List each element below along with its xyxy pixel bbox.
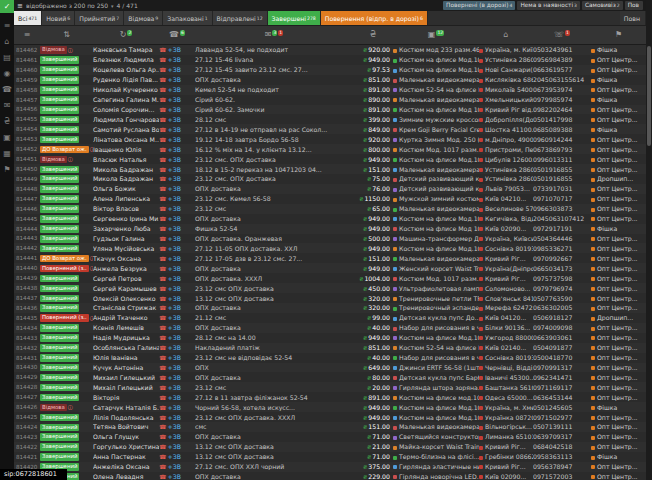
client-phone[interactable]: 0971502977 — [533, 414, 572, 421]
order-row[interactable]: 814451ВідмоваⓘВласюк Наталья☎+ЗВ23.12 см… — [14, 154, 646, 164]
tab-запаковані[interactable]: Запаковані1 — [163, 11, 212, 25]
call-link[interactable]: +ЗВ — [167, 295, 180, 302]
order-row[interactable]: 814456ЗавершенийСоломія Сорочин...☎+ЗВСі… — [14, 105, 646, 115]
calls-column-icon[interactable]: ☎6 — [159, 30, 195, 40]
product-cell[interactable]: Светящийся конструктор -12... — [393, 433, 479, 440]
product-cell[interactable]: Маленькая видеокамера SQ8 ... — [393, 423, 479, 430]
order-row[interactable]: 814462ВідмоваⓘКанєвська Тамара☎+ЗВЛаванд… — [14, 45, 646, 55]
order-row[interactable]: 814441ДО Возврат ож.ⓘТкачук Оксана☎+ЗВ27… — [14, 253, 646, 263]
client-name[interactable]: Сергеенко Ірина Ми... — [93, 215, 159, 222]
phone-icon[interactable]: ☎ — [159, 166, 166, 173]
client-phone[interactable]: 0673869793 — [533, 146, 572, 153]
order-row[interactable]: 814430ЗавершенийКучук Антоніна☎+ЗВОПХ₴64… — [14, 363, 646, 373]
product-cell[interactable]: Джинси ERTF 56-58 (1шт. х 649.... — [393, 364, 479, 371]
phone-icon[interactable]: ☎ — [159, 374, 166, 381]
comment-cell[interactable]: Накладений платіж — [195, 344, 353, 351]
phone-icon[interactable]: ☎ — [159, 265, 166, 272]
order-row[interactable]: 814425ЗавершенийЛілія Подолянська☎+ЗВ23.… — [14, 412, 646, 422]
orders-icon[interactable]: ▤ — [3, 53, 11, 62]
call-link[interactable]: +ЗВ — [167, 255, 180, 262]
call-link[interactable]: +ЗВ — [167, 106, 180, 113]
client-phone[interactable]: 0665034173 — [533, 265, 572, 272]
client-phone[interactable]: 0636453144 — [533, 394, 572, 401]
client-phone[interactable]: 0501916855 — [533, 166, 572, 173]
comment-cell[interactable]: 27.12 в 14-19 не отправл на рас Сокол... — [195, 126, 353, 133]
order-row[interactable]: 814424ЗавершенийТетяна Войтович☎+ЗВсмс₴1… — [14, 422, 646, 432]
order-row[interactable]: 814453ЗавершенийЛінатова Оксана М...☎+ЗВ… — [14, 134, 646, 144]
call-link[interactable]: +ЗВ — [167, 473, 180, 480]
comment-cell[interactable]: 27.12 11-05 ОПХ доставка. ХХЛ — [195, 245, 353, 252]
comment-cell[interactable]: 13.12 смс ОПХ доставка — [195, 295, 353, 302]
phone-icon[interactable]: ☎ — [159, 76, 166, 83]
call-link[interactable]: +ЗВ — [167, 414, 180, 421]
phone-icon[interactable]: ☎ — [159, 175, 166, 182]
comment-cell[interactable]: 23.12 смс. ОПХ доставка — [195, 156, 353, 163]
order-row[interactable]: 814450ЗавершенийМикола Бадражан☎+ЗВ18.12… — [14, 164, 646, 174]
client-phone[interactable]: 0970991317 — [533, 364, 572, 371]
phone-icon[interactable]: ☎ — [159, 215, 166, 222]
product-cell[interactable]: Маленькая видеокамера SQ8 ... — [393, 255, 479, 262]
call-link[interactable]: +ЗВ — [167, 334, 180, 341]
comment-cell[interactable]: ОПХ доставка. Оранжевая — [195, 235, 353, 242]
call-link[interactable]: +ЗВ — [167, 166, 180, 173]
order-row[interactable]: 814448ЗавершенийОльга Божик☎+ЗВОПХ доста… — [14, 184, 646, 194]
phone-icon[interactable]: ☎ — [159, 255, 166, 262]
client-name[interactable]: Николай Кучеренко — [93, 86, 158, 93]
client-column-icon[interactable]: ↻2 — [93, 30, 159, 40]
product-cell[interactable]: Костюм на флисе мод.1014 (т... — [393, 394, 479, 401]
order-row[interactable]: 814437ЗавершенийОлексій Олексенко☎+ЗВ13.… — [14, 293, 646, 303]
call-link[interactable]: +ЗВ — [167, 453, 180, 460]
call-link[interactable]: +ЗВ — [167, 364, 180, 371]
product-cell[interactable]: Костюм на флисе Мод.1014 (та... — [393, 245, 479, 252]
filter-chip[interactable]: Повернені (в дорозі)4 — [443, 1, 515, 10]
comment-cell[interactable]: Чорний 56-58, хотела искусс... — [195, 404, 353, 411]
phone-icon[interactable]: ☎ — [159, 156, 166, 163]
comment-cell[interactable]: ОПХ доставка — [195, 215, 353, 222]
status-badge[interactable]: Відмова — [40, 404, 67, 412]
comment-cell[interactable]: Кемел 52-54 не подходит — [195, 86, 353, 93]
comment-cell[interactable]: Сірий 60-62. Замочки — [195, 106, 353, 113]
call-link[interactable]: +ЗВ — [167, 314, 180, 321]
status-badge[interactable]: Завершений — [40, 76, 79, 84]
tab-відправлені[interactable]: Відправлені12 — [213, 11, 268, 25]
comment-cell[interactable]: ОПХ доставка — [195, 76, 353, 83]
status-badge[interactable]: Завершений — [40, 116, 79, 124]
app-logo[interactable]: ✓ — [0, 0, 14, 13]
client-name[interactable]: Самотий Руслана Во... — [93, 126, 159, 133]
order-row[interactable]: 814432ЗавершенийОсоблянська Галина В...☎… — [14, 343, 646, 353]
order-row[interactable]: 814433ЗавершенийНадія Мудрицька☎+ЗВ28.12… — [14, 333, 646, 343]
client-name[interactable]: Захарченко Люба — [93, 225, 151, 232]
client-phone[interactable]: 0685089388 — [533, 126, 572, 133]
order-row[interactable]: 814442ЗавершенийУляна Мусійовська☎+ЗВ27.… — [14, 243, 646, 253]
status-badge[interactable]: Завершений — [40, 295, 79, 303]
order-row[interactable]: 814420ЗавершенийАнжеліка Оксана☎+ЗВ27.12… — [14, 462, 646, 472]
product-cell[interactable]: Ультрафиолетовая лампа дл... — [393, 285, 479, 292]
status-badge[interactable]: Завершений — [40, 175, 79, 183]
order-row[interactable]: 814455ЗавершенийЛюдмила Гончарова☎+ЗВ28.… — [14, 114, 646, 124]
menu-icon[interactable]: ≡ — [17, 2, 23, 10]
tab-повернення-відпр-в-дорозі-[interactable]: Повернення (відпр. в дорозі)6 — [321, 11, 428, 25]
calls-icon[interactable]: ☎ — [2, 85, 12, 94]
call-link[interactable]: +ЗВ — [167, 423, 180, 430]
phone-icon[interactable]: ☎ — [159, 56, 166, 63]
product-cell[interactable]: Костюм на флисе Мод.1014 (та... — [393, 334, 479, 341]
product-cell[interactable]: Детская кукла пупс Барбі... — [393, 374, 479, 381]
order-row[interactable]: 814434ЗавершенийКсенія Лемешів☎+ЗВОПХ до… — [14, 323, 646, 333]
order-row[interactable]: 814439ЗавершенийСергей Петров☎+ЗВОПХ дос… — [14, 273, 646, 283]
call-link[interactable]: +ЗВ — [167, 76, 180, 83]
tab-новий[interactable]: Новий6 — [42, 11, 75, 25]
call-link[interactable]: +ЗВ — [167, 404, 180, 411]
phone-icon[interactable]: ☎ — [159, 344, 166, 351]
phone-icon[interactable]: ☎ — [159, 304, 166, 311]
client-phone[interactable]: 0972917191 — [533, 225, 572, 232]
phone-icon[interactable]: ☎ — [159, 364, 166, 371]
client-phone[interactable]: 0504091877 — [533, 344, 572, 351]
filter-chip[interactable]: Нема в наявності3 — [517, 1, 580, 10]
status-badge[interactable]: Завершений — [40, 245, 79, 253]
order-row[interactable]: 814435Повернений (з..ⓘАндрій Ткаченко☎+З… — [14, 313, 646, 323]
phone-icon[interactable]: ☎ — [159, 463, 166, 470]
client-phone[interactable]: 0507139111 — [533, 423, 572, 430]
order-row[interactable]: 814458ЗавершенийНиколай Кучеренко☎+ЗВКем… — [14, 85, 646, 95]
call-link[interactable]: +ЗВ — [167, 215, 180, 222]
order-row[interactable]: 814431ЗавершенийЮлія Іванівна☎+ЗВ23.12 с… — [14, 353, 646, 363]
